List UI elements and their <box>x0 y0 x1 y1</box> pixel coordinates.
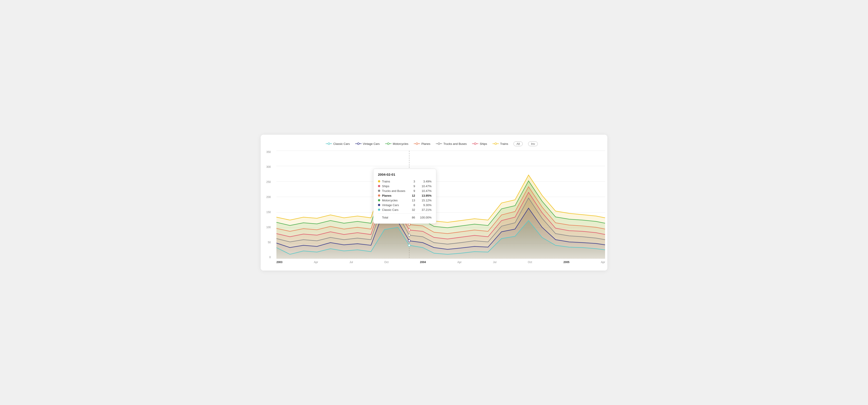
svg-point-7 <box>416 143 418 145</box>
dot-moto <box>408 218 410 220</box>
dot-ships <box>408 229 410 231</box>
inv-button[interactable]: Inv <box>528 141 538 146</box>
legend-label-planes: Planes <box>422 142 430 146</box>
legend-item-classic-cars[interactable]: Classic Cars <box>326 142 350 146</box>
y-label-0: 0 <box>269 256 271 259</box>
svg-point-1 <box>328 143 330 145</box>
legend-item-planes[interactable]: Planes <box>414 142 430 146</box>
y-label-50: 50 <box>268 241 271 244</box>
legend-label-vintage-cars: Vintage Cars <box>363 142 380 146</box>
dot-classic <box>408 244 410 247</box>
dot-planes <box>408 224 410 226</box>
dot-trains <box>408 212 410 214</box>
x-label-2004-4: 2004 <box>420 261 426 264</box>
legend-item-motorcycles[interactable]: Motorcycles <box>385 142 408 146</box>
chart-svg <box>276 151 605 259</box>
legend-label-trains: Trains <box>500 142 508 146</box>
y-label-350: 350 <box>266 151 271 153</box>
y-label-200: 200 <box>266 196 271 198</box>
svg-point-13 <box>495 143 497 145</box>
legend-item-ships[interactable]: Ships <box>472 142 487 146</box>
legend-label-trucks-buses: Trucks and Buses <box>443 142 467 146</box>
x-label-Jul-2: Jul <box>349 261 353 264</box>
x-label-Apr-5: Apr <box>457 261 462 264</box>
y-label-250: 250 <box>266 181 271 183</box>
svg-point-11 <box>474 143 476 145</box>
x-label-Apr-9: Apr <box>601 261 605 264</box>
x-label-2003-0: 2003 <box>276 261 282 264</box>
legend-label-motorcycles: Motorcycles <box>393 142 408 146</box>
svg-point-9 <box>438 143 440 145</box>
all-button[interactable]: All <box>514 141 523 146</box>
dot-trucks <box>408 234 410 236</box>
legend-label-ships: Ships <box>480 142 487 146</box>
x-label-Oct-3: Oct <box>384 261 389 264</box>
y-label-300: 300 <box>266 166 271 168</box>
dot-vintage <box>408 240 410 242</box>
y-label-100: 100 <box>266 226 271 229</box>
x-axis: 2003AprJulOct2004AprJulOct2005Apr <box>276 259 605 264</box>
chart-area: 350300250200150100500 <box>276 151 598 264</box>
x-label-Jul-6: Jul <box>493 261 496 264</box>
legend-label-classic-cars: Classic Cars <box>333 142 350 146</box>
x-label-Oct-7: Oct <box>528 261 532 264</box>
legend-item-trucks-buses[interactable]: Trucks and Buses <box>436 142 467 146</box>
chart-container: Classic Cars Vintage Cars Motorcycles Pl… <box>261 135 607 270</box>
chart-legend: Classic Cars Vintage Cars Motorcycles Pl… <box>265 141 598 146</box>
legend-item-trains[interactable]: Trains <box>493 142 508 146</box>
legend-item-vintage-cars[interactable]: Vintage Cars <box>355 142 380 146</box>
svg-point-3 <box>358 143 359 145</box>
x-label-Apr-1: Apr <box>314 261 318 264</box>
y-label-150: 150 <box>266 211 271 213</box>
x-label-2005-8: 2005 <box>563 261 569 264</box>
y-axis: 350300250200150100500 <box>266 151 271 259</box>
svg-point-5 <box>388 143 389 145</box>
